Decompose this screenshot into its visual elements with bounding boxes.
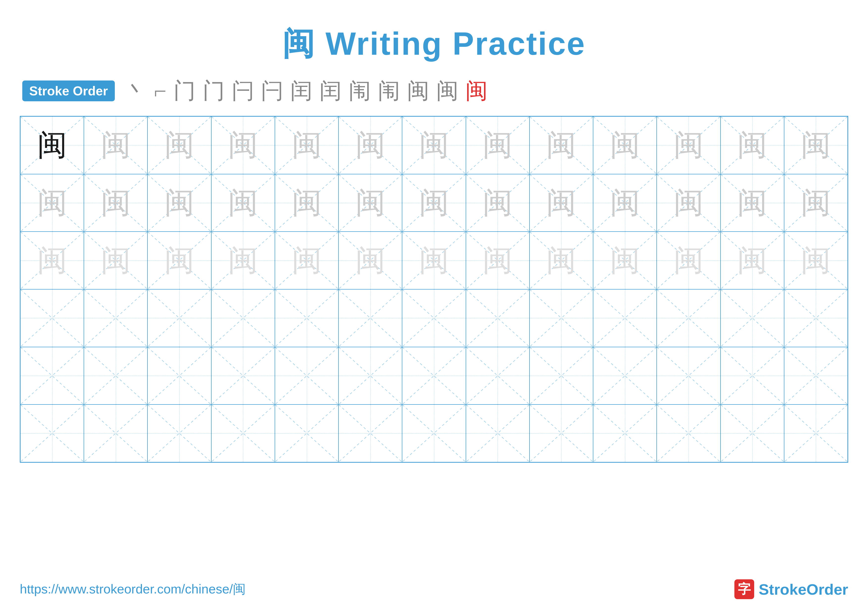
grid-cell-1-7[interactable]: 闽 [466, 174, 530, 232]
grid-cell-0-11[interactable]: 闽 [721, 117, 784, 174]
grid-cell-4-0[interactable] [20, 347, 84, 405]
grid-cell-4-2[interactable] [147, 347, 211, 405]
grid-cell-0-2[interactable]: 闽 [147, 117, 211, 174]
grid-cell-5-12[interactable] [784, 404, 848, 462]
grid-cell-4-10[interactable] [657, 347, 720, 405]
stroke-2: ⌐ [154, 78, 166, 104]
grid-cell-2-8[interactable]: 闽 [530, 232, 593, 289]
grid-cell-2-5[interactable]: 闽 [338, 232, 402, 289]
svg-line-115 [339, 347, 402, 404]
grid-cell-4-3[interactable] [211, 347, 275, 405]
grid-cell-4-1[interactable] [84, 347, 147, 405]
grid-cell-2-1[interactable]: 闽 [84, 232, 147, 289]
grid-cell-1-5[interactable]: 闽 [338, 174, 402, 232]
grid-cell-0-8[interactable]: 闽 [530, 117, 593, 174]
grid-cell-2-6[interactable]: 闽 [402, 232, 466, 289]
cell-char-0-5: 闽 [356, 130, 385, 160]
grid-cell-2-4[interactable]: 闽 [275, 232, 338, 289]
grid-cell-3-5[interactable] [338, 289, 402, 347]
grid-cell-0-1[interactable]: 闽 [84, 117, 147, 174]
grid-cell-3-4[interactable] [275, 289, 338, 347]
stroke-1: 丶 [125, 76, 147, 106]
cell-char-1-7: 闽 [483, 188, 512, 218]
grid-cell-0-10[interactable]: 闽 [657, 117, 720, 174]
grid-cell-0-7[interactable]: 闽 [466, 117, 530, 174]
grid-cell-4-7[interactable] [466, 347, 530, 405]
grid-cell-1-8[interactable]: 闽 [530, 174, 593, 232]
grid-cell-5-1[interactable] [84, 404, 147, 462]
grid-cell-1-9[interactable]: 闽 [593, 174, 657, 232]
grid-cell-4-8[interactable] [530, 347, 593, 405]
grid-cell-2-9[interactable]: 闽 [593, 232, 657, 289]
grid-cell-5-6[interactable] [402, 404, 466, 462]
stroke-8: 闰 [319, 76, 342, 106]
grid-cell-5-2[interactable] [147, 404, 211, 462]
grid-cell-5-10[interactable] [657, 404, 720, 462]
grid-cell-5-0[interactable] [20, 404, 84, 462]
grid-cell-0-3[interactable]: 闽 [211, 117, 275, 174]
grid-cell-5-11[interactable] [721, 404, 784, 462]
grid-cell-2-12[interactable]: 闽 [784, 232, 848, 289]
grid-cell-1-11[interactable]: 闽 [721, 174, 784, 232]
svg-line-117 [402, 347, 465, 404]
grid-cell-3-8[interactable] [530, 289, 593, 347]
page-title: 闽 Writing Practice [282, 25, 586, 62]
grid-cell-1-1[interactable]: 闽 [84, 174, 147, 232]
grid-cell-3-10[interactable] [657, 289, 720, 347]
grid-cell-1-12[interactable]: 闽 [784, 174, 848, 232]
grid-cell-1-6[interactable]: 闽 [402, 174, 466, 232]
grid-cell-4-4[interactable] [275, 347, 338, 405]
svg-line-85 [212, 289, 274, 347]
grid-cell-4-5[interactable] [338, 347, 402, 405]
grid-cell-1-10[interactable]: 闽 [657, 174, 720, 232]
grid-cell-0-6[interactable]: 闽 [402, 117, 466, 174]
grid-cell-0-4[interactable]: 闽 [275, 117, 338, 174]
svg-line-131 [20, 405, 84, 462]
grid-cell-0-12[interactable]: 闽 [784, 117, 848, 174]
grid-cell-3-1[interactable] [84, 289, 147, 347]
grid-cell-3-9[interactable] [593, 289, 657, 347]
grid-cell-1-4[interactable]: 闽 [275, 174, 338, 232]
grid-cell-5-4[interactable] [275, 404, 338, 462]
grid-cell-2-2[interactable]: 闽 [147, 232, 211, 289]
grid-cell-3-6[interactable] [402, 289, 466, 347]
svg-line-109 [148, 347, 211, 404]
grid-cell-3-3[interactable] [211, 289, 275, 347]
svg-line-82 [148, 289, 211, 347]
svg-line-105 [20, 347, 84, 404]
grid-cell-1-0[interactable]: 闽 [20, 174, 84, 232]
grid-cell-4-12[interactable] [784, 347, 848, 405]
grid-cell-5-9[interactable] [593, 404, 657, 462]
grid-cell-1-3[interactable]: 闽 [211, 174, 275, 232]
svg-line-121 [530, 347, 593, 404]
cell-char-1-8: 闽 [546, 188, 576, 218]
grid-cell-5-3[interactable] [211, 404, 275, 462]
grid-cell-3-11[interactable] [721, 289, 784, 347]
stroke-10: 闱 [378, 76, 400, 106]
grid-cell-0-9[interactable]: 闽 [593, 117, 657, 174]
logo-text: StrokeOrder [759, 581, 848, 598]
stroke-chars: 丶 ⌐ 门 门 闩 闩 闰 闰 闱 闱 闽 闽 闽 [125, 76, 488, 106]
grid-cell-2-11[interactable]: 闽 [721, 232, 784, 289]
grid-cell-4-9[interactable] [593, 347, 657, 405]
grid-cell-2-10[interactable]: 闽 [657, 232, 720, 289]
grid-cell-2-3[interactable]: 闽 [211, 232, 275, 289]
grid-cell-0-0[interactable]: 闽 [20, 117, 84, 174]
grid-cell-4-11[interactable] [721, 347, 784, 405]
stroke-3: 门 [174, 76, 196, 106]
grid-cell-3-12[interactable] [784, 289, 848, 347]
footer-url[interactable]: https://www.strokeorder.com/chinese/闽 [20, 581, 246, 598]
grid-cell-3-2[interactable] [147, 289, 211, 347]
grid-cell-2-0[interactable]: 闽 [20, 232, 84, 289]
grid-cell-0-5[interactable]: 闽 [338, 117, 402, 174]
grid-cell-1-2[interactable]: 闽 [147, 174, 211, 232]
grid-cell-2-7[interactable]: 闽 [466, 232, 530, 289]
grid-cell-5-5[interactable] [338, 404, 402, 462]
grid-cell-3-0[interactable] [20, 289, 84, 347]
svg-line-136 [212, 405, 274, 462]
grid-cell-3-7[interactable] [466, 289, 530, 347]
grid-cell-5-8[interactable] [530, 404, 593, 462]
grid-cell-5-7[interactable] [466, 404, 530, 462]
svg-line-104 [20, 347, 84, 404]
grid-cell-4-6[interactable] [402, 347, 466, 405]
